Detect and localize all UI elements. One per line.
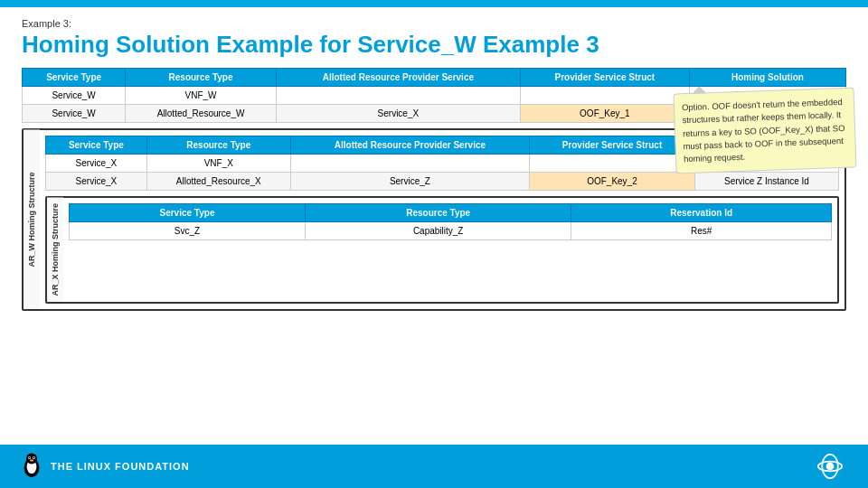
ar-x-label: AR_X Homing Structure <box>47 198 63 302</box>
outer-header-resource-type: Resource Type <box>126 69 277 87</box>
nested1-cell-provider-2: OOF_Key_2 <box>530 173 695 191</box>
nested1-header-res: Resource Type <box>146 136 290 155</box>
outer-header-provider: Provider Service Struct <box>520 69 689 87</box>
tux-icon <box>18 453 45 480</box>
ar-w-label: AR_W Homing Structure <box>24 130 40 309</box>
nested2-header-reservation: Reservation Id <box>571 204 832 222</box>
nested-table-2: Service Type Resource Type Reservation I… <box>69 203 832 240</box>
nested2-cell-svc-1: Svc_Z <box>70 222 306 240</box>
nested1-cell-provider-1 <box>530 155 695 173</box>
nested1-header-svc: Service Type <box>46 136 147 155</box>
nested1-cell-res-2: Allotted_Resource_X <box>146 173 290 191</box>
outer-cell-res-type-2: Allotted_Resource_W <box>126 105 277 123</box>
nested2-header-res: Resource Type <box>305 204 571 222</box>
nested-inner-2: Service Type Resource Type Reservation I… <box>63 198 837 302</box>
example-label: Example 3: <box>22 18 846 29</box>
nested1-header-provider: Provider Service Struct <box>530 136 695 155</box>
nested-section-2: AR_X Homing Structure Service Type Resou… <box>45 196 839 304</box>
outer-cell-allotted-2: Service_X <box>276 105 520 123</box>
outer-cell-allotted-1 <box>276 87 520 105</box>
outer-cell-svc-type-1: Service_W <box>23 87 126 105</box>
header-bar <box>0 0 868 7</box>
nested1-cell-allotted-2: Service_Z <box>290 173 529 191</box>
nested1-cell-allotted-1 <box>290 155 529 173</box>
svg-point-5 <box>29 457 31 459</box>
svg-point-2 <box>26 454 37 465</box>
svg-point-6 <box>33 457 35 459</box>
footer-bar: THE LINUX FOUNDATION <box>0 445 868 488</box>
nested2-cell-res-1: Capability_Z <box>305 222 571 240</box>
nested1-cell-svc-2: Service_X <box>46 173 147 191</box>
page-title: Homing Solution Example for Service_W Ex… <box>22 31 846 59</box>
outer-cell-res-type-1: VNF_W <box>126 87 277 105</box>
nested1-row-2: Service_X Allotted_Resource_X Service_Z … <box>46 173 839 191</box>
outer-cell-provider-2: OOF_Key_1 <box>520 105 689 123</box>
att-logo <box>810 446 850 486</box>
outer-header-homing: Homing Solution <box>689 69 845 87</box>
outer-cell-svc-type-2: Service_W <box>23 105 126 123</box>
footer-logo-text: THE LINUX FOUNDATION <box>51 461 190 472</box>
nested2-header-svc: Service Type <box>70 204 306 222</box>
nested1-cell-res-1: VNF_X <box>146 155 290 173</box>
nested1-cell-homing-2: Service Z Instance Id <box>694 173 838 191</box>
outer-header-service-type: Service Type <box>23 69 126 87</box>
nested1-cell-svc-1: Service_X <box>46 155 147 173</box>
annotation-box: Option. OOF doesn't return the embedded … <box>674 88 857 174</box>
nested2-row-1: Svc_Z Capability_Z Res# <box>70 222 832 240</box>
svg-point-11 <box>826 463 835 471</box>
nested2-cell-reservation-1: Res# <box>571 222 832 240</box>
annotation-text: Option. OOF doesn't return the embedded … <box>682 97 845 164</box>
svg-point-7 <box>30 459 33 461</box>
outer-header-allotted: Allotted Resource Provider Service <box>276 69 520 87</box>
outer-cell-provider-1 <box>520 87 689 105</box>
footer-logo: THE LINUX FOUNDATION <box>18 453 190 480</box>
nested1-header-allotted: Allotted Resource Provider Service <box>290 136 529 155</box>
